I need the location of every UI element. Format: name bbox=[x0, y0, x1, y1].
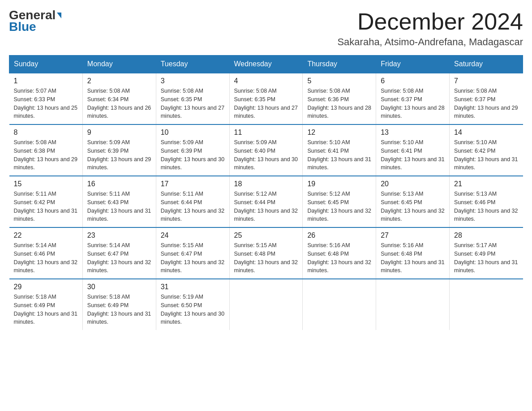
day-number: 3 bbox=[161, 77, 225, 85]
col-friday: Friday bbox=[376, 56, 450, 73]
calendar-day-cell: 29 Sunrise: 5:18 AM Sunset: 6:49 PM Dayl… bbox=[9, 279, 83, 330]
day-info: Sunrise: 5:08 AM Sunset: 6:37 PM Dayligh… bbox=[381, 87, 445, 120]
header-row: Sunday Monday Tuesday Wednesday Thursday… bbox=[9, 56, 523, 73]
day-number: 10 bbox=[161, 128, 225, 137]
day-info: Sunrise: 5:08 AM Sunset: 6:35 PM Dayligh… bbox=[234, 87, 298, 120]
day-info: Sunrise: 5:14 AM Sunset: 6:46 PM Dayligh… bbox=[14, 241, 78, 275]
day-number: 8 bbox=[14, 128, 78, 137]
day-number: 18 bbox=[234, 180, 298, 188]
calendar-day-cell: 16 Sunrise: 5:11 AM Sunset: 6:43 PM Dayl… bbox=[82, 176, 156, 227]
calendar-table: Sunday Monday Tuesday Wednesday Thursday… bbox=[9, 55, 523, 330]
calendar-day-cell: 6 Sunrise: 5:08 AM Sunset: 6:37 PM Dayli… bbox=[376, 73, 450, 124]
calendar-body: 1 Sunrise: 5:07 AM Sunset: 6:33 PM Dayli… bbox=[9, 73, 523, 330]
logo: General Blue bbox=[9, 9, 61, 34]
calendar-day-cell: 10 Sunrise: 5:09 AM Sunset: 6:39 PM Dayl… bbox=[156, 124, 229, 176]
calendar-day-cell: 9 Sunrise: 5:09 AM Sunset: 6:39 PM Dayli… bbox=[82, 124, 156, 176]
day-number: 11 bbox=[234, 128, 298, 137]
day-info: Sunrise: 5:15 AM Sunset: 6:47 PM Dayligh… bbox=[161, 241, 225, 275]
calendar-header: Sunday Monday Tuesday Wednesday Thursday… bbox=[9, 56, 523, 73]
day-number: 12 bbox=[307, 128, 371, 137]
day-info: Sunrise: 5:10 AM Sunset: 6:41 PM Dayligh… bbox=[381, 138, 445, 172]
day-number: 15 bbox=[14, 180, 78, 188]
day-number: 4 bbox=[234, 77, 298, 85]
col-wednesday: Wednesday bbox=[229, 56, 303, 73]
calendar-day-cell: 21 Sunrise: 5:13 AM Sunset: 6:46 PM Dayl… bbox=[450, 176, 523, 227]
calendar-day-cell: 5 Sunrise: 5:08 AM Sunset: 6:36 PM Dayli… bbox=[303, 73, 376, 124]
day-number: 23 bbox=[87, 231, 151, 240]
day-number: 31 bbox=[161, 283, 225, 291]
calendar-day-cell: 2 Sunrise: 5:08 AM Sunset: 6:34 PM Dayli… bbox=[82, 73, 156, 124]
day-number: 7 bbox=[454, 77, 518, 85]
calendar-day-cell: 7 Sunrise: 5:08 AM Sunset: 6:37 PM Dayli… bbox=[450, 73, 523, 124]
day-number: 19 bbox=[307, 180, 371, 188]
calendar-day-cell bbox=[303, 279, 376, 330]
day-info: Sunrise: 5:11 AM Sunset: 6:42 PM Dayligh… bbox=[14, 190, 78, 223]
day-info: Sunrise: 5:09 AM Sunset: 6:39 PM Dayligh… bbox=[161, 138, 225, 172]
day-number: 9 bbox=[87, 128, 151, 137]
day-info: Sunrise: 5:12 AM Sunset: 6:44 PM Dayligh… bbox=[234, 190, 298, 223]
calendar-week-row: 1 Sunrise: 5:07 AM Sunset: 6:33 PM Dayli… bbox=[9, 73, 523, 124]
day-info: Sunrise: 5:08 AM Sunset: 6:35 PM Dayligh… bbox=[161, 87, 225, 120]
day-number: 20 bbox=[381, 180, 445, 188]
day-number: 17 bbox=[161, 180, 225, 188]
day-info: Sunrise: 5:15 AM Sunset: 6:48 PM Dayligh… bbox=[234, 241, 298, 275]
month-title: December 2024 bbox=[337, 9, 523, 34]
calendar-day-cell: 22 Sunrise: 5:14 AM Sunset: 6:46 PM Dayl… bbox=[9, 227, 83, 279]
calendar-day-cell bbox=[229, 279, 303, 330]
calendar-week-row: 8 Sunrise: 5:08 AM Sunset: 6:38 PM Dayli… bbox=[9, 124, 523, 176]
day-number: 14 bbox=[454, 128, 518, 137]
calendar-day-cell: 24 Sunrise: 5:15 AM Sunset: 6:47 PM Dayl… bbox=[156, 227, 229, 279]
calendar-day-cell: 20 Sunrise: 5:13 AM Sunset: 6:45 PM Dayl… bbox=[376, 176, 450, 227]
calendar-week-row: 22 Sunrise: 5:14 AM Sunset: 6:46 PM Dayl… bbox=[9, 227, 523, 279]
day-number: 22 bbox=[14, 231, 78, 240]
calendar-day-cell bbox=[450, 279, 523, 330]
calendar-day-cell: 26 Sunrise: 5:16 AM Sunset: 6:48 PM Dayl… bbox=[303, 227, 376, 279]
day-number: 5 bbox=[307, 77, 371, 85]
calendar-day-cell: 25 Sunrise: 5:15 AM Sunset: 6:48 PM Dayl… bbox=[229, 227, 303, 279]
calendar-day-cell: 11 Sunrise: 5:09 AM Sunset: 6:40 PM Dayl… bbox=[229, 124, 303, 176]
day-number: 21 bbox=[454, 180, 518, 188]
location-title: Sakaraha, Atsimo-Andrefana, Madagascar bbox=[337, 36, 523, 48]
day-info: Sunrise: 5:14 AM Sunset: 6:47 PM Dayligh… bbox=[87, 241, 151, 275]
page-header: General Blue December 2024 Sakaraha, Ats… bbox=[9, 9, 523, 48]
calendar-day-cell: 19 Sunrise: 5:12 AM Sunset: 6:45 PM Dayl… bbox=[303, 176, 376, 227]
day-info: Sunrise: 5:19 AM Sunset: 6:50 PM Dayligh… bbox=[161, 293, 225, 326]
day-number: 2 bbox=[87, 77, 151, 85]
calendar-week-row: 15 Sunrise: 5:11 AM Sunset: 6:42 PM Dayl… bbox=[9, 176, 523, 227]
day-number: 28 bbox=[454, 231, 518, 240]
calendar-day-cell: 18 Sunrise: 5:12 AM Sunset: 6:44 PM Dayl… bbox=[229, 176, 303, 227]
calendar-day-cell: 12 Sunrise: 5:10 AM Sunset: 6:41 PM Dayl… bbox=[303, 124, 376, 176]
calendar-day-cell bbox=[376, 279, 450, 330]
day-number: 25 bbox=[234, 231, 298, 240]
day-number: 13 bbox=[381, 128, 445, 137]
title-section: December 2024 Sakaraha, Atsimo-Andrefana… bbox=[337, 9, 523, 48]
day-info: Sunrise: 5:16 AM Sunset: 6:48 PM Dayligh… bbox=[307, 241, 371, 275]
calendar-day-cell: 28 Sunrise: 5:17 AM Sunset: 6:49 PM Dayl… bbox=[450, 227, 523, 279]
calendar-day-cell: 31 Sunrise: 5:19 AM Sunset: 6:50 PM Dayl… bbox=[156, 279, 229, 330]
col-tuesday: Tuesday bbox=[156, 56, 229, 73]
day-info: Sunrise: 5:10 AM Sunset: 6:42 PM Dayligh… bbox=[454, 138, 518, 172]
day-number: 16 bbox=[87, 180, 151, 188]
day-info: Sunrise: 5:07 AM Sunset: 6:33 PM Dayligh… bbox=[14, 87, 78, 120]
calendar-day-cell: 17 Sunrise: 5:11 AM Sunset: 6:44 PM Dayl… bbox=[156, 176, 229, 227]
day-info: Sunrise: 5:16 AM Sunset: 6:48 PM Dayligh… bbox=[381, 241, 445, 275]
day-info: Sunrise: 5:09 AM Sunset: 6:40 PM Dayligh… bbox=[234, 138, 298, 172]
calendar-day-cell: 14 Sunrise: 5:10 AM Sunset: 6:42 PM Dayl… bbox=[450, 124, 523, 176]
day-info: Sunrise: 5:13 AM Sunset: 6:46 PM Dayligh… bbox=[454, 190, 518, 223]
day-info: Sunrise: 5:11 AM Sunset: 6:44 PM Dayligh… bbox=[161, 190, 225, 223]
day-info: Sunrise: 5:18 AM Sunset: 6:49 PM Dayligh… bbox=[14, 293, 78, 326]
calendar-day-cell: 3 Sunrise: 5:08 AM Sunset: 6:35 PM Dayli… bbox=[156, 73, 229, 124]
col-saturday: Saturday bbox=[450, 56, 523, 73]
day-info: Sunrise: 5:08 AM Sunset: 6:37 PM Dayligh… bbox=[454, 87, 518, 120]
day-info: Sunrise: 5:12 AM Sunset: 6:45 PM Dayligh… bbox=[307, 190, 371, 223]
calendar-day-cell: 4 Sunrise: 5:08 AM Sunset: 6:35 PM Dayli… bbox=[229, 73, 303, 124]
calendar-day-cell: 27 Sunrise: 5:16 AM Sunset: 6:48 PM Dayl… bbox=[376, 227, 450, 279]
day-info: Sunrise: 5:11 AM Sunset: 6:43 PM Dayligh… bbox=[87, 190, 151, 223]
calendar-day-cell: 1 Sunrise: 5:07 AM Sunset: 6:33 PM Dayli… bbox=[9, 73, 83, 124]
day-number: 1 bbox=[14, 77, 78, 85]
day-info: Sunrise: 5:09 AM Sunset: 6:39 PM Dayligh… bbox=[87, 138, 151, 172]
day-info: Sunrise: 5:10 AM Sunset: 6:41 PM Dayligh… bbox=[307, 138, 371, 172]
calendar-day-cell: 30 Sunrise: 5:18 AM Sunset: 6:49 PM Dayl… bbox=[82, 279, 156, 330]
calendar-week-row: 29 Sunrise: 5:18 AM Sunset: 6:49 PM Dayl… bbox=[9, 279, 523, 330]
day-number: 29 bbox=[14, 283, 78, 291]
